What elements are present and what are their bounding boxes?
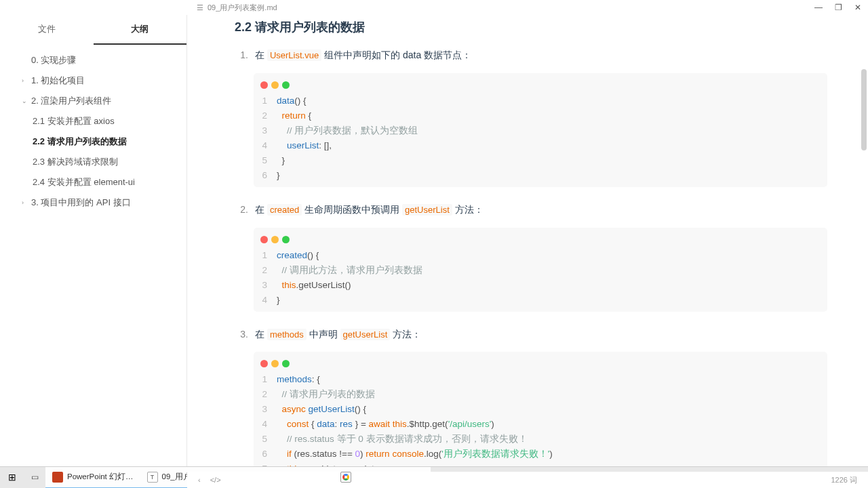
close-button[interactable]: ✕	[854, 3, 861, 12]
outline-item[interactable]: 2.4 安装并配置 element-ui	[14, 172, 173, 192]
outline-item[interactable]: 2.1 安装并配置 axios	[14, 111, 173, 131]
tab-outline[interactable]: 大纲	[94, 15, 187, 45]
outline-item[interactable]: 2.3 解决跨域请求限制	[14, 152, 173, 172]
scrollbar[interactable]	[861, 35, 868, 293]
code-block: 1methods: { 2 // 请求用户列表的数据 3 async getUs…	[254, 352, 827, 466]
task-view-button[interactable]: ▭	[24, 467, 45, 489]
file-name: 09_用户列表案例.md	[208, 3, 277, 13]
taskbar-app-powerpoint[interactable]: PowerPoint 幻灯…	[45, 467, 140, 489]
dot-green-icon	[282, 81, 290, 89]
tab-file[interactable]: 文件	[0, 15, 94, 45]
word-count: 1226 词	[831, 475, 857, 485]
chevron-right-icon: ›	[22, 77, 28, 84]
maximize-button[interactable]: ❐	[835, 3, 842, 12]
dot-red-icon	[260, 81, 268, 89]
back-icon[interactable]: ‹	[198, 476, 201, 484]
outline-item[interactable]: ›3. 项目中用到的 API 接口	[14, 192, 173, 213]
code-block: 1created() { 2 // 调用此方法，请求用户列表数据 3 this.…	[254, 228, 827, 312]
outline-item-active[interactable]: 2.2 请求用户列表的数据	[14, 131, 173, 152]
section-title: 2.2 请求用户列表的数据	[235, 19, 827, 35]
dot-yellow-icon	[271, 81, 279, 89]
menu-icon[interactable]: ☰	[197, 3, 203, 12]
minimize-button[interactable]: —	[814, 3, 823, 12]
outline-list: 0. 实现步骤 ›1. 初始化项目 ⌄2. 渲染用户列表组件 2.1 安装并配置…	[0, 45, 186, 218]
content-area: 2.2 请求用户列表的数据 1.在 UserList.vue 组件中声明如下的 …	[187, 15, 868, 466]
chevron-down-icon: ⌄	[22, 98, 28, 104]
sidebar: 文件 大纲 0. 实现步骤 ›1. 初始化项目 ⌄2. 渲染用户列表组件 2.1…	[0, 15, 187, 466]
status-bar: ‹ </> 1226 词	[187, 472, 868, 488]
outline-item[interactable]: ›1. 初始化项目	[14, 70, 173, 91]
code-toggle-icon[interactable]: </>	[210, 476, 221, 484]
titlebar: ☰ 09_用户列表案例.md — ❐ ✕	[0, 0, 868, 15]
outline-item[interactable]: ⌄2. 渲染用户列表组件	[14, 91, 173, 111]
chevron-right-icon: ›	[22, 199, 28, 206]
code-block: 1data() { 2 return { 3 // 用户列表数据，默认为空数组 …	[254, 73, 827, 187]
outline-item[interactable]: 0. 实现步骤	[14, 50, 173, 70]
start-button[interactable]: ⊞	[0, 467, 24, 489]
